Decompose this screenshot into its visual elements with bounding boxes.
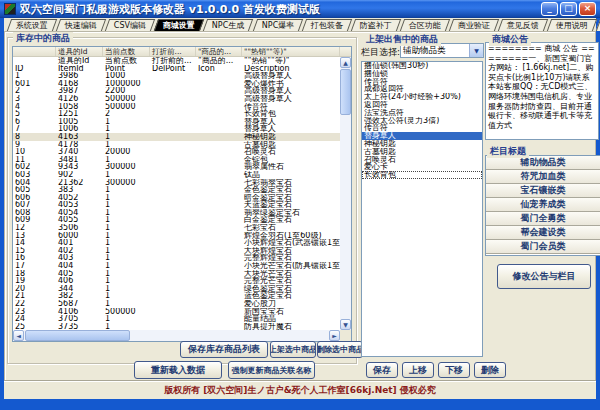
horizontal-scrollbar[interactable]: ◄ ► — [13, 330, 340, 341]
list-item[interactable]: 召唤灵石 — [362, 156, 482, 164]
category-item[interactable]: 蜀门会员类 — [486, 240, 600, 254]
category-item[interactable]: 辅助物品类 — [486, 156, 600, 170]
category-item[interactable]: 仙宠养成类 — [486, 198, 600, 212]
list-item[interactable]: 法宝洗点符 — [362, 109, 482, 117]
chevron-down-icon[interactable]: ▼ — [469, 44, 483, 57]
scroll-right-icon[interactable]: ► — [329, 330, 340, 341]
column-header[interactable]: "商品的... — [196, 47, 242, 56]
list-item[interactable]: 传音符 — [362, 124, 482, 132]
scroll-left-icon[interactable]: ◄ — [13, 330, 24, 341]
table-row[interactable]: 239872200高级替身草人 — [13, 87, 340, 95]
table-row[interactable]: 234106500000新国宝宝石 — [13, 308, 340, 316]
list-item[interactable]: 成都返回符 — [362, 85, 482, 93]
table-row[interactable]: 60840541翡翠绿鉴定宝石 — [13, 209, 340, 217]
table-row[interactable]: 6053831金色鉴定宝石 — [13, 186, 340, 194]
table-row[interactable]: 34126500000高级替身草人 — [13, 95, 340, 103]
list-item[interactable]: 替身草人 — [362, 132, 482, 140]
table-row[interactable]: 194061完整光芒宝石 — [13, 277, 340, 285]
shelf-selected-button[interactable]: 上架选中商品 — [270, 341, 316, 358]
horizontal-scroll-thumb[interactable] — [25, 330, 130, 341]
list-item[interactable]: 返回符 — [362, 101, 482, 109]
minimize-icon[interactable]: _ — [541, 2, 558, 16]
save-button[interactable]: 保存 — [366, 362, 398, 378]
column-header[interactable]: 道具的Id — [56, 47, 103, 56]
tab[interactable]: 防盗补丁 — [351, 19, 401, 31]
category-item[interactable]: 符咒加血类 — [486, 170, 600, 184]
table-row[interactable]: 184051大块光芒宝石 — [13, 270, 340, 278]
table-row[interactable]: 164031完整辉煌宝石 — [13, 254, 340, 262]
table-row[interactable]: 60141681000000爱心爆炸书 — [13, 80, 340, 88]
table-row[interactable]: 1360001辉煌金羽石(1至60级) — [13, 232, 340, 240]
vertical-scroll-thumb[interactable] — [340, 69, 351, 115]
tab[interactable]: 打包装备 — [302, 19, 352, 31]
table-row[interactable]: 41058500000传音符 — [13, 103, 340, 111]
table-row[interactable]: 6039021钛晶 — [13, 171, 340, 179]
tab[interactable]: 意见反馈 — [498, 19, 548, 31]
list-item[interactable]: 古墓钥匙 — [362, 148, 482, 156]
table-row[interactable]: 203441绿色鉴定宝石 — [13, 285, 340, 293]
table-row[interactable]: 2437051能量结晶 — [13, 315, 340, 323]
column-header[interactable]: 当前点数 — [103, 47, 150, 56]
list-item[interactable]: 捆仙锁(韩国30秒) — [362, 62, 482, 70]
scroll-up-icon[interactable]: ▲ — [340, 57, 351, 68]
vertical-scrollbar[interactable]: ▲ ▼ — [340, 57, 351, 330]
tab[interactable]: 快速编辑 — [56, 19, 106, 31]
reload-data-button[interactable]: 重新载入数据 — [134, 361, 222, 379]
table-row[interactable]: 60740531天蓝鉴定宝石 — [13, 201, 340, 209]
tab[interactable]: NPC生成 — [203, 19, 254, 31]
close-icon[interactable]: × — [579, 2, 596, 16]
column-header[interactable]: 打折前... — [150, 47, 196, 56]
column-header[interactable] — [13, 47, 56, 56]
list-item[interactable]: 传音符 — [362, 78, 482, 86]
table-row[interactable]: 道具的Id当前点数打折前的..."商品的...""热销""等)" — [13, 57, 340, 65]
delete-button[interactable]: 删除 — [474, 362, 506, 378]
list-item[interactable]: 爱心卡 — [362, 163, 482, 171]
column-header[interactable]: ""热销""等)" — [242, 47, 340, 56]
table-row[interactable]: 60421362300000七彩翡翠宝石 — [13, 179, 340, 187]
table-row[interactable]: 2256871爱心股刀 — [13, 300, 340, 308]
tab[interactable]: 商城设置 — [154, 19, 204, 31]
table-row[interactable]: 144011小块辉煌宝石(武器镶嵌1至+3) — [13, 239, 340, 247]
titlebar[interactable]: 双六空间蜀门私服游戏版本修改器 v1.0.0.0 首发收费测试版 _ □ × — [0, 0, 600, 18]
list-item[interactable]: 太上符(24小时经验+30%) — [362, 93, 482, 101]
move-up-button[interactable]: 上移 — [402, 362, 434, 378]
table-row[interactable]: 139861000高级替身草人 — [13, 72, 340, 80]
table-row[interactable]: 60940551白金鉴定宝石 — [13, 216, 340, 224]
table-row[interactable]: 174041小块光芒宝石(防具镶嵌1至+3) — [13, 262, 340, 270]
table-row[interactable]: 610051替身草人 — [13, 118, 340, 126]
delete-selected-button[interactable]: 删除选中商品 — [317, 341, 363, 358]
list-item[interactable]: 神秘钥匙 — [362, 140, 482, 148]
tab[interactable]: 系统设置 — [7, 19, 57, 31]
table-row[interactable]: IDItemIdPointDelPointIconDescription — [13, 65, 340, 73]
announcement-textarea[interactable]: ======== 商城 公告 ========一、新国宝蜀门官方网站： [1.6… — [485, 42, 599, 140]
table-row[interactable]: 60640521暗金鉴定宝石 — [13, 194, 340, 202]
tab[interactable]: 商业验证 — [449, 19, 499, 31]
edit-announcement-button[interactable]: 修改公告与栏目 — [497, 264, 591, 289]
scroll-down-icon[interactable]: ▼ — [340, 319, 351, 330]
force-update-names-button[interactable]: 强制更新商品关联名称 — [228, 361, 315, 379]
category-item[interactable]: 宝石镶嵌类 — [486, 184, 600, 198]
table-row[interactable]: 1134811金锭包 — [13, 156, 340, 164]
table-row[interactable]: 6029343300000翡翠属性石 — [13, 163, 340, 171]
table-row[interactable]: 841631神秘钥匙 — [13, 133, 340, 141]
table-row[interactable]: 1235061七彩宝石 — [13, 224, 340, 232]
save-inventory-list-button[interactable]: 保存库存商品列表 — [180, 341, 268, 358]
table-row[interactable]: 710061替身草人 — [13, 125, 340, 133]
table-row[interactable]: 10374020000召唤灵石 — [13, 148, 340, 156]
tab[interactable]: NPC爆率 — [252, 19, 303, 31]
tab[interactable]: CSV编辑 — [105, 19, 156, 31]
move-down-button[interactable]: 下移 — [438, 362, 470, 378]
list-item[interactable]: 长效背包 — [362, 171, 482, 179]
table-row[interactable]: 512512长效背包 — [13, 110, 340, 118]
list-item[interactable]: 强效太公符(灵力3倍) — [362, 117, 482, 125]
category-item[interactable]: 帮会建设类 — [486, 226, 600, 240]
tab[interactable]: 使用说明 — [547, 19, 597, 31]
table-row[interactable]: 941781古墓钥匙 — [13, 141, 340, 149]
list-item[interactable]: 捆仙锁 — [362, 70, 482, 78]
table-row[interactable]: 2537351防具提升魔石 — [13, 323, 340, 330]
category-item[interactable]: 蜀门全勇类 — [486, 212, 600, 226]
table-row[interactable]: 213821蓝色鉴定宝石 — [13, 292, 340, 300]
tab[interactable]: 合区功能 — [400, 19, 450, 31]
maximize-icon[interactable]: □ — [560, 2, 577, 16]
table-row[interactable]: 154021大块辉煌宝石 — [13, 247, 340, 255]
